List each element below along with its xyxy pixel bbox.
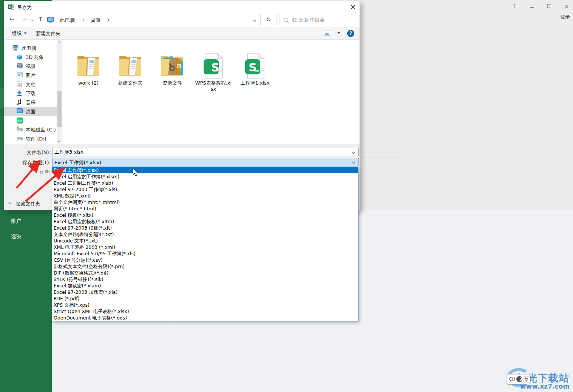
filetype-option[interactable]: 网页(*.htm;*.html) (52, 205, 358, 212)
filetype-option[interactable]: XPS 文档(*.xps) (52, 302, 358, 308)
tree-item-local-disk-c[interactable]: 本地磁盘 (C:) (4, 125, 57, 134)
filetype-option[interactable]: Excel 加载宏(*.xlam) (52, 282, 358, 289)
forward-button[interactable]: → (22, 15, 26, 23)
filetype-option[interactable]: Excel 启用宏的模板(*.xltm) (52, 218, 358, 225)
3d-object-icon (17, 54, 23, 60)
filetype-option[interactable]: XML 电子表格 2003 (*.xml) (52, 244, 358, 250)
filetype-option[interactable]: Excel 启用宏的工作簿(*.xlsm) (52, 173, 358, 180)
chevron-down-icon[interactable] (352, 151, 355, 154)
file-item-work2[interactable]: work (2) (70, 46, 107, 86)
filetype-option[interactable]: XML 数据(*.xml) (52, 193, 358, 199)
filename-input[interactable] (54, 149, 345, 155)
filetype-option[interactable]: 带格式文本文件(空格分隔)(*.prn) (52, 263, 358, 270)
file-item-new-folder[interactable]: 新建文件夹 (111, 46, 149, 86)
file-label: 资源文件 (153, 80, 191, 86)
svg-text:X: X (8, 5, 11, 9)
filetype-option[interactable]: OpenDocument 电子表格(*.ods) (52, 315, 358, 321)
filetype-dropdown-list: Excel 工作簿(*.xlsx) Excel 启用宏的工作簿(*.xlsm) … (52, 167, 358, 321)
scrollbar-thumb[interactable] (57, 91, 62, 127)
ime-language: CH (509, 377, 515, 382)
dialog-help-button[interactable]: ? (347, 30, 354, 37)
breadcrumb-this-pc[interactable]: 此电脑 (60, 17, 75, 24)
filetype-option[interactable]: Microsoft Excel 5.0/95 工作簿(*.xls) (52, 250, 358, 257)
filetype-option[interactable]: 文本文件(制表符分隔)(*.txt) (52, 231, 358, 238)
back-button[interactable]: ← (9, 15, 14, 23)
maximize-icon (547, 4, 551, 8)
filetype-option[interactable]: Excel 二进制工作簿(*.xlsb) (52, 180, 358, 186)
view-mode-dropdown-icon[interactable] (337, 32, 340, 34)
filetype-combobox[interactable]: Excel 工作簿(*.xlsx) (52, 158, 359, 166)
tree-item-pictures[interactable]: 图片 (4, 71, 57, 80)
documents-icon (17, 81, 23, 87)
media-folder-icon (153, 46, 191, 79)
tree-scrollbar[interactable] (57, 40, 62, 144)
command-toolbar: 组织 新建文件夹 ? (4, 27, 360, 40)
tree-item-downloads[interactable]: 下载 (4, 89, 57, 98)
chevron-down-icon[interactable] (352, 161, 355, 164)
filetype-option[interactable]: Unicode 文本(*.txt) (52, 238, 358, 244)
new-folder-button[interactable]: 新建文件夹 (36, 30, 60, 37)
file-label: WPS表格教程.xlsx (195, 80, 232, 92)
up-button[interactable]: ↑ (38, 15, 43, 22)
minimize-button[interactable] (528, 3, 536, 10)
svg-text:S: S (249, 61, 257, 74)
wps-spreadsheet-icon: S (236, 46, 274, 79)
tree-item-music[interactable]: 音乐 (4, 98, 57, 107)
svg-text:iQIYI: iQIYI (17, 120, 22, 122)
history-dropdown-icon[interactable] (31, 18, 34, 21)
search-box[interactable] (280, 14, 356, 25)
filetype-option[interactable]: DIF (数据交换格式)(*.dif) (52, 270, 358, 276)
filetype-option[interactable]: Excel 97-2003 模板(*.xlt) (52, 225, 358, 231)
address-bar[interactable]: 此电脑 桌面 (44, 14, 261, 25)
hide-folders-button[interactable]: 隐藏文件夹 (9, 201, 40, 207)
sidebar-item-account[interactable]: 帐户 (11, 218, 21, 225)
scroll-down-icon[interactable] (58, 140, 60, 142)
filetype-option[interactable]: Excel 97-2003 工作簿(*.xls) (52, 186, 358, 193)
filetype-option[interactable]: SYLK (符号链接)(*.slk) (52, 276, 358, 282)
backstage-sidebar-highlight (0, 88, 4, 108)
filetype-option[interactable]: Strict Open XML 电子表格(*.xlsx) (52, 308, 358, 315)
organize-button[interactable]: 组织 (12, 30, 27, 37)
filename-combobox[interactable] (52, 148, 359, 156)
tree-item-videos[interactable]: 视频 (4, 62, 57, 71)
dialog-title-bar[interactable]: X 另存为 (4, 1, 360, 12)
sign-in-link[interactable]: 登录 (560, 14, 570, 20)
refresh-button[interactable]: ↻ (261, 14, 276, 25)
sidebar-item-options[interactable]: 选项 (11, 233, 21, 240)
file-item-resources[interactable]: 资源文件 (153, 46, 191, 86)
minimize-icon (530, 7, 534, 8)
ime-indicator[interactable]: CH 简 (507, 374, 530, 384)
maximize-button[interactable] (545, 3, 553, 10)
tree-item-documents[interactable]: 文档 (4, 80, 57, 89)
filetype-option[interactable]: 单个文件网页(*.mht;*.mhtml) (52, 199, 358, 205)
address-dropdown-icon[interactable] (253, 19, 256, 22)
filetype-option[interactable]: PDF (*.pdf) (52, 295, 358, 302)
breadcrumb-desktop[interactable]: 桌面 (91, 17, 100, 24)
search-input[interactable] (292, 16, 352, 23)
filetype-option[interactable]: Excel 模板(*.xltx) (52, 212, 358, 218)
file-item-wps-tutorial[interactable]: S WPS表格教程.xlsx (195, 46, 232, 92)
view-mode-icon[interactable] (324, 31, 331, 36)
tree-item-disk-d[interactable]: 软件 (D:) (4, 134, 57, 143)
disk-d-icon (17, 136, 23, 142)
filetype-option[interactable]: CSV (逗号分隔)(*.csv) (52, 257, 358, 263)
this-pc-icon (47, 17, 54, 23)
help-button[interactable]: ? (511, 3, 518, 10)
file-label: 新建文件夹 (111, 80, 149, 86)
tree-item-iqiyi[interactable]: iQIYI (4, 116, 57, 125)
dialog-close-button[interactable] (351, 4, 356, 9)
folder-icon (70, 46, 107, 79)
close-window-button[interactable] (563, 3, 570, 10)
filetype-value: Excel 工作簿(*.xlsx) (54, 159, 101, 166)
navigation-bar: ← → ↑ 此电脑 桌面 ↻ (4, 12, 360, 27)
tree-item-3d-objects[interactable]: 3D 对象 (4, 52, 57, 62)
scroll-up-icon[interactable] (58, 41, 60, 44)
pictures-icon (17, 72, 23, 78)
tree-item-this-pc[interactable]: 此电脑 (4, 43, 57, 52)
filetype-option[interactable]: Excel 工作簿(*.xlsx) (52, 167, 358, 173)
file-item-workbook1[interactable]: S 工作簿1.xlsx (236, 46, 274, 86)
desktop-icon (17, 108, 23, 114)
tree-item-desktop[interactable]: 桌面 (4, 107, 57, 116)
filetype-option[interactable]: Excel 97-2003 加载宏(*.xla) (52, 289, 358, 295)
videos-icon (17, 63, 23, 69)
